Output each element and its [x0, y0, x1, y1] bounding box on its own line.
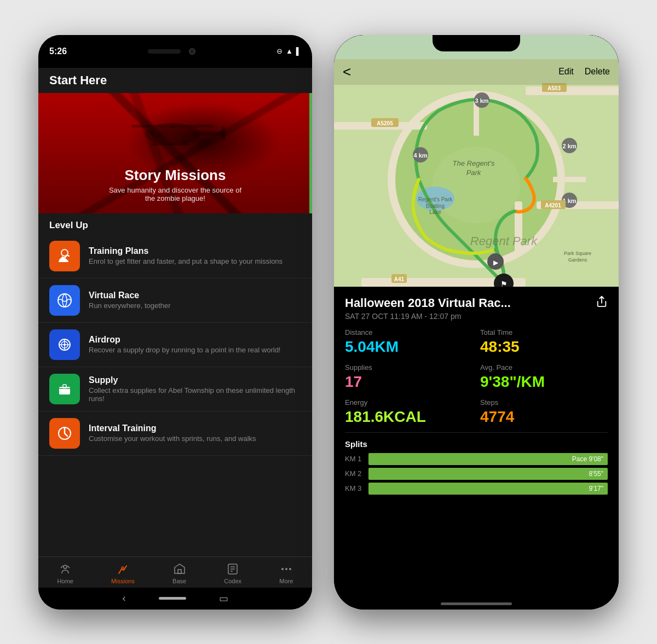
menu-item-virtual-race[interactable]: Virtual Race Run everywhere, together [38, 279, 312, 323]
android-status-bar: 5:26 ⊖ ▲ ▌ [38, 35, 312, 68]
svg-text:2 km: 2 km [562, 143, 576, 149]
map-edit-button[interactable]: Edit [558, 67, 574, 77]
split-km3-pace: 9'17" [589, 485, 603, 492]
split-km2-label: KM 2 [345, 469, 364, 478]
nav-missions-label: Missions [111, 578, 135, 584]
airdrop-text: Airdrop Recover a supply drop by running… [89, 335, 280, 354]
android-header: Start Here [38, 68, 312, 93]
interval-training-desc: Customise your workout with sprints, run… [89, 434, 256, 443]
android-camera [189, 48, 195, 55]
stat-supplies: Supplies 17 [345, 363, 472, 391]
android-speaker [148, 49, 181, 54]
android-home-button[interactable] [159, 597, 186, 600]
svg-point-22 [64, 427, 66, 429]
svg-text:Park Square: Park Square [564, 251, 591, 256]
stat-avg-pace-label: Avg. Pace [480, 363, 608, 372]
stat-total-time: Total Time 48:35 [480, 328, 608, 356]
svg-text:Lake: Lake [429, 209, 441, 215]
nav-home-label: Home [57, 578, 73, 584]
svg-rect-1 [192, 131, 224, 136]
android-notch [148, 48, 195, 55]
iphone-screen: 4 km 3 km 2 km 1 km ⚑ ▶ A5205 A503 [334, 35, 619, 610]
nav-codex[interactable]: Codex [224, 562, 241, 584]
menu-item-training-plans[interactable]: Training Plans Enrol to get fitter and f… [38, 234, 312, 279]
map-back-button[interactable]: < [343, 63, 351, 80]
nav-more[interactable]: More [279, 562, 293, 584]
svg-rect-7 [153, 140, 157, 145]
virtual-race-title: Virtual Race [89, 291, 171, 300]
stat-distance: Distance 5.04KM [345, 328, 472, 356]
signal-icon: ▌ [296, 47, 301, 55]
hero-text-block: Story Missions Save humanity and discove… [104, 167, 246, 202]
hero-title: Story Missions [104, 167, 246, 184]
android-recents-button[interactable]: ▭ [219, 593, 228, 605]
split-km2-pace: 8'55" [589, 470, 603, 478]
svg-text:A503: A503 [548, 85, 561, 91]
android-back-button[interactable]: ‹ [123, 593, 126, 604]
android-time: 5:26 [49, 47, 67, 56]
android-status-icons: ⊖ ▲ ▌ [276, 47, 301, 55]
svg-text:A41: A41 [394, 276, 405, 282]
stat-steps-label: Steps [480, 398, 608, 407]
hero-subtitle: Save humanity and discover the source of… [104, 186, 246, 202]
split-km2-bar: 8'55" [368, 468, 608, 480]
split-km1-pace: Pace 9'08" [572, 455, 603, 463]
split-km3-label: KM 3 [345, 484, 364, 492]
svg-rect-38 [526, 86, 619, 95]
stat-distance-value: 5.04KM [345, 338, 472, 356]
svg-text:3 km: 3 km [475, 97, 488, 104]
stat-energy-label: Energy [345, 398, 472, 407]
iphone-notch [433, 35, 520, 51]
airdrop-title: Airdrop [89, 335, 280, 345]
nav-more-label: More [279, 578, 293, 584]
svg-point-10 [62, 250, 67, 256]
android-header-title: Start Here [49, 73, 107, 87]
split-km1-bar: Pace 9'08" [368, 453, 608, 465]
svg-text:Regent Park: Regent Park [470, 234, 538, 248]
bottom-navigation: Home Missions Base [38, 556, 312, 588]
hero-banner[interactable]: Story Missions Save humanity and discove… [38, 93, 312, 213]
svg-text:▶: ▶ [493, 259, 499, 266]
nav-home[interactable]: Home [57, 562, 73, 584]
svg-point-12 [58, 294, 71, 307]
stat-distance-label: Distance [345, 328, 472, 336]
airdrop-desc: Recover a supply drop by running to a po… [89, 346, 280, 354]
menu-item-interval-training[interactable]: Interval Training Customise your workout… [38, 411, 312, 456]
iphone-phone: 4 km 3 km 2 km 1 km ⚑ ▶ A5205 A503 [334, 35, 619, 610]
svg-rect-25 [178, 570, 181, 573]
map-nav-bar: < Edit Delete [334, 59, 619, 85]
race-info-section: Halloween 2018 Virtual Rac... SAT 27 OCT… [334, 287, 619, 610]
svg-rect-41 [515, 201, 522, 256]
stat-supplies-value: 17 [345, 373, 472, 391]
nav-missions[interactable]: Missions [111, 562, 135, 584]
iphone-home-indicator [441, 602, 512, 605]
split-row-km1: KM 1 Pace 9'08" [345, 453, 608, 465]
stat-energy: Energy 181.6KCAL [345, 398, 472, 426]
stat-avg-pace-value: 9'38"/KM [480, 373, 608, 391]
training-plans-desc: Enrol to get fitter and faster, and put … [89, 257, 283, 265]
map-delete-button[interactable]: Delete [585, 67, 610, 77]
split-km1-label: KM 1 [345, 455, 364, 463]
nav-base[interactable]: Base [172, 562, 186, 584]
interval-training-title: Interval Training [89, 423, 256, 433]
svg-point-32 [289, 568, 291, 570]
stat-steps: Steps 4774 [480, 398, 608, 426]
android-phone: 5:26 ⊖ ▲ ▌ Start Here [38, 35, 312, 610]
svg-point-24 [121, 566, 124, 570]
stat-total-time-value: 48:35 [480, 338, 608, 356]
menu-item-airdrop[interactable]: Airdrop Recover a supply drop by running… [38, 323, 312, 367]
stat-supplies-label: Supplies [345, 363, 472, 372]
svg-point-4 [170, 123, 175, 129]
training-plans-title: Training Plans [89, 246, 283, 256]
share-button[interactable] [596, 295, 608, 311]
nav-codex-label: Codex [224, 578, 241, 584]
menu-item-supply[interactable]: Supply Collect extra supplies for Abel T… [38, 367, 312, 411]
svg-point-31 [285, 568, 287, 570]
helicopter-icon [120, 104, 230, 159]
stats-grid: Distance 5.04KM Total Time 48:35 Supplie… [345, 328, 608, 426]
android-screen: Start Here [38, 68, 312, 588]
svg-text:A5205: A5205 [377, 120, 393, 126]
svg-point-5 [151, 126, 169, 139]
section-label: Level Up [38, 213, 312, 234]
supply-icon [49, 374, 80, 404]
